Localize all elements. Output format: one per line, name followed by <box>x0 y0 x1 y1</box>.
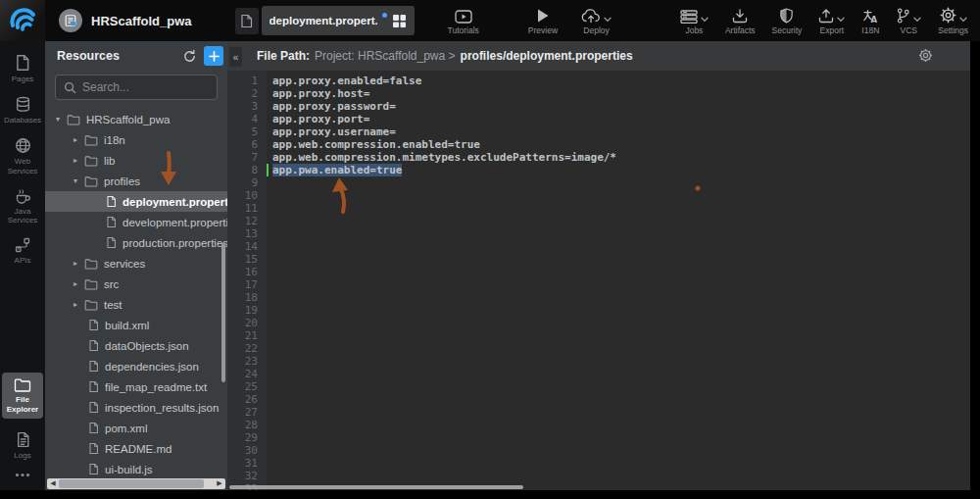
expand-arrow-icon[interactable]: ▸ <box>71 259 80 268</box>
topbar-action-deploy[interactable]: Deploy <box>581 6 612 35</box>
file-tab-icon-box[interactable] <box>235 8 259 34</box>
topbar-action-i18n[interactable]: A I18N <box>861 6 879 35</box>
sidebar-item-databases[interactable]: Databases <box>2 96 43 125</box>
code-line[interactable] <box>272 368 970 380</box>
tree-item-production-properties[interactable]: production.properties <box>45 232 227 253</box>
code-line[interactable]: app.proxy.host= <box>272 87 970 100</box>
sidebar-item-logs[interactable]: Logs <box>2 431 43 460</box>
resources-panel: Resources <box>45 41 227 490</box>
tree-item-src[interactable]: ▸src <box>45 274 227 294</box>
code-line[interactable] <box>272 189 970 202</box>
expand-arrow-icon[interactable]: ▾ <box>71 176 80 185</box>
code-line[interactable] <box>272 253 970 266</box>
code-editor[interactable]: 1234567891011121314151617181920212223242… <box>227 71 970 490</box>
expand-arrow-icon[interactable]: ▸ <box>71 135 80 144</box>
code-line[interactable]: app.web.compression.mimetypes.excludePat… <box>272 151 970 164</box>
code-line[interactable] <box>272 406 970 419</box>
editor-settings-gear-icon[interactable] <box>918 48 933 63</box>
expand-arrow-icon[interactable]: ▸ <box>71 156 80 165</box>
file-icon <box>88 442 99 455</box>
sidebar-item-file-explorer[interactable]: File Explorer <box>2 373 43 418</box>
tree-item-services[interactable]: ▸services <box>45 253 227 274</box>
scroll-thumb[interactable] <box>59 479 204 488</box>
project-chip[interactable]: HRScaffold_pwa <box>59 9 192 32</box>
tree-item-file-map-readme-txt[interactable]: file_map_readme.txt <box>45 376 227 397</box>
code-line[interactable] <box>272 419 970 431</box>
code-line[interactable] <box>272 291 970 304</box>
code-line[interactable] <box>272 393 970 406</box>
sidebar-item-java-services[interactable]: Java Services <box>2 188 43 225</box>
sidebar-item-pages[interactable]: Pages <box>2 54 43 83</box>
editor-horizontal-scrollbar[interactable] <box>229 485 523 489</box>
expand-arrow-icon[interactable]: ▸ <box>71 300 80 309</box>
code-line[interactable] <box>272 202 970 215</box>
project-name: HRScaffold_pwa <box>91 14 192 28</box>
code-line[interactable] <box>272 431 970 444</box>
code-content[interactable]: app.proxy.enabled=falseapp.proxy.host=ap… <box>267 71 970 490</box>
code-line[interactable]: app.proxy.password= <box>272 100 970 113</box>
expand-arrow-icon[interactable]: ▾ <box>53 115 63 124</box>
code-line[interactable] <box>272 329 970 342</box>
sidebar-item-apis[interactable]: APIs <box>2 237 43 265</box>
tree-item-ui-build-js[interactable]: ui-build.js <box>45 459 227 477</box>
scroll-left-arrow-icon[interactable]: ◀ <box>47 479 59 487</box>
code-line[interactable] <box>272 304 970 317</box>
code-line[interactable]: app.proxy.username= <box>272 125 970 138</box>
tree-item-build-xml[interactable]: build.xml <box>45 315 227 335</box>
code-line[interactable]: app.proxy.enabled=false <box>272 75 970 87</box>
resources-title: Resources <box>57 49 175 63</box>
search-input[interactable] <box>82 80 209 94</box>
topbar-action-security[interactable]: Security <box>772 6 803 35</box>
sidebar-item-more[interactable] <box>2 473 43 477</box>
code-line[interactable] <box>272 470 970 482</box>
topbar-action-tutorials[interactable]: Tutorials <box>448 6 479 35</box>
tree-item-dependencies-json[interactable]: dependencies.json <box>45 356 227 376</box>
app-logo[interactable] <box>0 0 45 41</box>
topbar-action-vcs[interactable]: VCS <box>896 6 921 35</box>
code-line[interactable] <box>272 240 970 253</box>
tree-item-deployment-properties[interactable]: deployment.properties <box>45 191 227 212</box>
code-line[interactable]: app.proxy.port= <box>272 113 970 125</box>
tab-deployment-properties[interactable]: deployment.propert... <box>262 6 415 35</box>
code-line[interactable] <box>272 457 970 470</box>
topbar-center-actions: Tutorials Preview Deploy <box>448 6 612 35</box>
tree-item-lib[interactable]: ▸lib <box>45 150 227 171</box>
topbar-action-preview[interactable]: Preview <box>528 6 558 35</box>
add-resource-button[interactable] <box>204 46 223 66</box>
topbar-action-export[interactable]: Export <box>818 6 845 35</box>
code-line[interactable]: app.web.compression.enabled=true <box>272 138 970 151</box>
topbar-action-artifacts[interactable]: Artifacts <box>725 6 756 35</box>
sidebar-item-web-services[interactable]: Web Services <box>2 137 43 175</box>
tree-item-readme-md[interactable]: README.md <box>45 438 227 459</box>
code-line[interactable] <box>272 266 970 278</box>
tree-item-i18n[interactable]: ▸i18n <box>45 129 227 150</box>
tree-item-dataobjects-json[interactable]: dataObjects.json <box>45 335 227 356</box>
cloud-up-icon <box>581 9 601 24</box>
scroll-right-arrow-icon[interactable]: ▶ <box>214 479 225 487</box>
tree-item-hrscaffold-pwa[interactable]: ▾HRScaffold_pwa <box>45 109 227 129</box>
topbar-action-settings[interactable]: Settings <box>938 6 968 35</box>
line-number: 18 <box>227 291 258 304</box>
code-line[interactable] <box>272 342 970 355</box>
topbar-action-jobs[interactable]: Jobs <box>680 6 709 35</box>
tree-horizontal-scrollbar[interactable]: ◀ ▶ <box>45 477 227 490</box>
tree-item-profiles[interactable]: ▾profiles <box>45 171 227 191</box>
code-line-selected[interactable]: app.pwa.enabled=true <box>272 164 970 176</box>
dashboard-grid-icon[interactable] <box>392 14 407 28</box>
tree-item-development-properties[interactable]: development.properties <box>45 212 227 232</box>
code-line[interactable] <box>272 215 970 227</box>
code-line[interactable] <box>272 317 970 329</box>
code-line[interactable] <box>272 380 970 393</box>
collapse-panel-button[interactable]: « <box>229 47 242 67</box>
tree-item-test[interactable]: ▸test <box>45 294 227 315</box>
code-line[interactable] <box>272 227 970 240</box>
code-line[interactable] <box>272 278 970 291</box>
tree-item-inspection-results-json[interactable]: inspection_results.json <box>45 397 227 418</box>
expand-arrow-icon[interactable]: ▸ <box>71 279 80 288</box>
code-line[interactable] <box>272 444 970 457</box>
code-line[interactable] <box>272 355 970 368</box>
tree-vertical-scrollbar[interactable] <box>221 243 225 382</box>
tree-item-pom-xml[interactable]: pom.xml <box>45 418 227 438</box>
refresh-button[interactable] <box>182 49 197 64</box>
code-line[interactable] <box>272 176 970 189</box>
